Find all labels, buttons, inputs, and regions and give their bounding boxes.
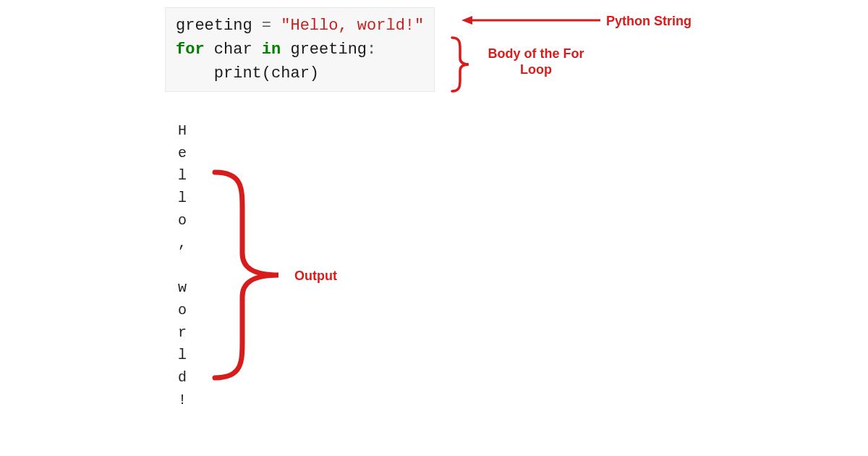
annotation-body: Body of the For Loop xyxy=(475,46,597,77)
token-string: "Hello, world!" xyxy=(281,17,424,35)
token-variable: greeting xyxy=(290,41,367,59)
token-function: print xyxy=(214,64,262,83)
token-keyword: for xyxy=(176,41,205,59)
code-line-3: print(char) xyxy=(176,64,319,83)
token-variable: char xyxy=(214,41,252,59)
token-operator: = xyxy=(252,17,281,35)
token-colon: : xyxy=(367,41,376,59)
token-variable: greeting xyxy=(176,17,252,35)
token-keyword: in xyxy=(262,41,281,59)
output-block: H e l l o , w o r l d ! xyxy=(178,119,187,411)
brace-icon xyxy=(448,36,474,93)
token-argument: char xyxy=(271,64,310,83)
brace-icon xyxy=(206,166,289,384)
annotation-output: Output xyxy=(294,269,337,284)
annotation-python-string: Python String xyxy=(606,14,692,30)
svg-marker-1 xyxy=(461,16,472,25)
code-block: greeting = "Hello, world!" for char in g… xyxy=(165,7,435,92)
code-line-2: for char in greeting: xyxy=(176,41,376,59)
code-line-1: greeting = "Hello, world!" xyxy=(176,17,424,35)
arrow-icon xyxy=(459,11,604,33)
